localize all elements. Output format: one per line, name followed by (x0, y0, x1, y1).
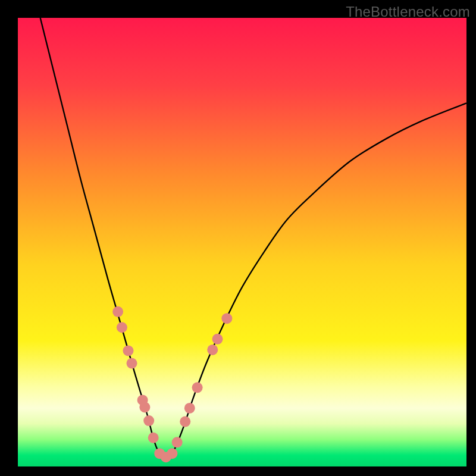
highlight-dot (139, 402, 150, 412)
highlight-dot (207, 345, 218, 355)
highlight-dot (180, 416, 190, 427)
plot-area (18, 18, 466, 466)
highlight-dot (123, 345, 133, 356)
highlight-dot (127, 358, 137, 369)
chart-frame: TheBottleneck.com (0, 0, 476, 476)
highlight-dots (112, 306, 232, 462)
bottleneck-curve (40, 18, 466, 458)
highlight-dot (117, 322, 127, 333)
highlight-dot (184, 403, 195, 414)
highlight-dot (221, 313, 232, 324)
highlight-dot (172, 437, 183, 447)
highlight-dot (143, 415, 154, 426)
curve-layer (18, 18, 466, 466)
highlight-dot (112, 306, 123, 317)
highlight-dot (192, 382, 203, 393)
highlight-dot (167, 448, 177, 459)
highlight-dot (212, 334, 223, 345)
highlight-dot (148, 433, 159, 443)
